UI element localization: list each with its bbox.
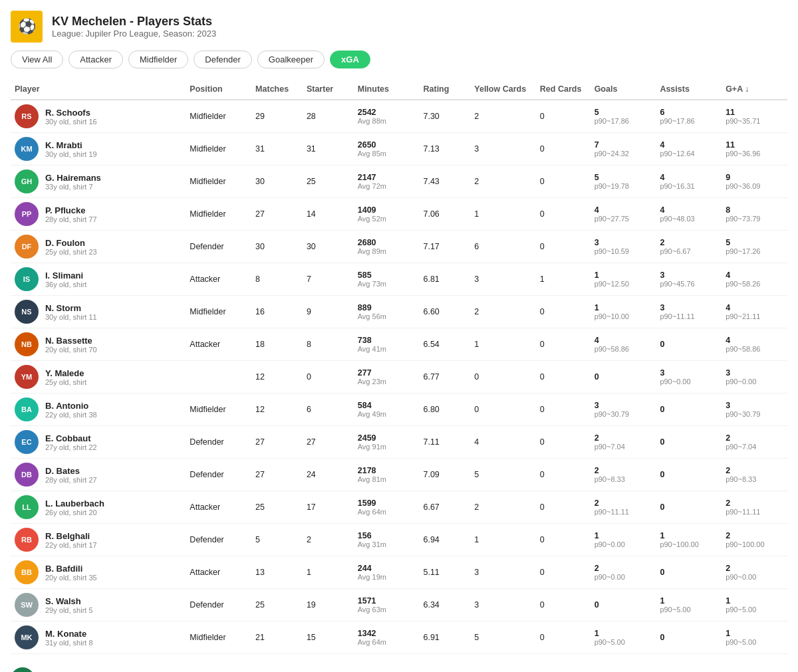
player-meta-7: 20y old, shirt 70 [45, 346, 97, 354]
player-minutes-11: 2178 Avg 81m [354, 459, 420, 491]
player-starter-4: 30 [303, 231, 354, 263]
player-assists-13: 1 p90~100.00 [656, 524, 722, 556]
club-logo: ⚽ [11, 11, 43, 43]
player-name-14: B. Bafdili [45, 564, 97, 574]
player-name-8: Y. Malede [45, 368, 86, 378]
player-position-13: Defender [186, 524, 251, 556]
player-goals-7: 4 p90~58.86 [591, 328, 656, 361]
player-yellow-4: 6 [470, 231, 536, 263]
player-starter-8: 0 [303, 361, 354, 393]
player-goals-10: 2 p90~7.04 [591, 426, 656, 459]
player-red-7: 0 [536, 328, 591, 361]
player-goals-13: 1 p90~0.00 [591, 524, 656, 556]
player-starter-16: 15 [303, 621, 354, 654]
player-cell-16: MK M. Konate 31y old, shirt 8 [11, 621, 186, 654]
table-row: IS I. Slimani 36y old, shirt Attacker 8 … [11, 263, 787, 296]
filter-btn-attacker[interactable]: Attacker [68, 51, 123, 68]
filter-btn-xga[interactable]: xGA [330, 51, 370, 68]
player-red-6: 0 [536, 296, 591, 328]
player-position-6: Midfielder [186, 296, 251, 328]
player-avatar-10: EC [15, 430, 39, 454]
col-header-assists: Assists [656, 79, 722, 100]
player-info-10: E. Cobbaut 27y old, shirt 22 [45, 433, 97, 451]
player-meta-11: 28y old, shirt 27 [45, 476, 97, 484]
player-avatar-15: SW [15, 593, 39, 617]
filter-btn-view-all[interactable]: View All [11, 51, 63, 68]
col-header-minutes: Minutes [354, 79, 420, 100]
player-position-10: Defender [186, 426, 251, 459]
player-red-11: 0 [536, 459, 591, 491]
player-assists-1: 4 p90~12.64 [656, 133, 722, 166]
player-cell-11: DB D. Bates 28y old, shirt 27 [11, 459, 186, 491]
player-starter-15: 19 [303, 589, 354, 621]
player-avatar-4: DF [15, 235, 39, 259]
player-cell-5: IS I. Slimani 36y old, shirt [11, 263, 186, 296]
player-assists-3: 4 p90~48.03 [656, 198, 722, 231]
player-assists-6: 3 p90~11.11 [656, 296, 722, 328]
player-ga-13: 2 p90~100.00 [722, 524, 787, 556]
player-minutes-16: 1342 Avg 64m [354, 621, 420, 654]
player-rating-1: 7.13 [419, 133, 470, 166]
player-name-13: R. Belghali [45, 531, 97, 541]
col-header-position: Position [186, 79, 251, 100]
player-starter-6: 9 [303, 296, 354, 328]
filter-btn-midfielder[interactable]: Midfielder [128, 51, 188, 68]
player-matches-4: 30 [251, 231, 303, 263]
col-header-red: Red Cards [536, 79, 591, 100]
player-avatar-0: RS [15, 104, 39, 128]
player-yellow-0: 2 [470, 100, 536, 133]
player-rating-15: 6.34 [419, 589, 470, 621]
filter-btn-defender[interactable]: Defender [194, 51, 251, 68]
player-name-1: K. Mrabti [45, 140, 97, 150]
player-starter-1: 31 [303, 133, 354, 166]
filter-btn-goalkeeper[interactable]: Goalkeeper [257, 51, 325, 68]
player-minutes-3: 1409 Avg 52m [354, 198, 420, 231]
player-yellow-10: 4 [470, 426, 536, 459]
table-header-row: Player Position Matches Starter Minutes … [11, 79, 787, 100]
player-goals-4: 3 p90~10.59 [591, 231, 656, 263]
table-row: GH G. Hairemans 33y old, shirt 7 Midfiel… [11, 166, 787, 198]
player-yellow-6: 2 [470, 296, 536, 328]
player-yellow-14: 3 [470, 556, 536, 589]
player-info-12: L. Lauberbach 26y old, shirt 20 [45, 499, 104, 516]
col-header-starter: Starter [303, 79, 354, 100]
table-row: RS R. Schoofs 30y old, shirt 16 Midfield… [11, 100, 787, 133]
player-name-15: S. Walsh [45, 596, 93, 606]
player-avatar-14: BB [15, 560, 39, 584]
player-rating-14: 5.11 [419, 556, 470, 589]
player-goals-0: 5 p90~17.86 [591, 100, 656, 133]
player-name-2: G. Hairemans [45, 173, 101, 183]
player-matches-6: 16 [251, 296, 303, 328]
player-info-1: K. Mrabti 30y old, shirt 19 [45, 140, 97, 158]
player-meta-1: 30y old, shirt 19 [45, 150, 97, 158]
player-yellow-1: 3 [470, 133, 536, 166]
player-name-4: D. Foulon [45, 238, 97, 248]
player-goals-5: 1 p90~12.50 [591, 263, 656, 296]
player-name-0: R. Schoofs [45, 108, 97, 118]
table-row: NB N. Bassette 20y old, shirt 70 Attacke… [11, 328, 787, 361]
player-minutes-6: 889 Avg 56m [354, 296, 420, 328]
player-info-3: P. Pflucke 28y old, shirt 77 [45, 205, 97, 223]
player-goals-3: 4 p90~27.75 [591, 198, 656, 231]
player-goals-6: 1 p90~10.00 [591, 296, 656, 328]
player-meta-9: 22y old, shirt 38 [45, 411, 97, 419]
player-avatar-13: RB [15, 528, 39, 552]
player-starter-3: 14 [303, 198, 354, 231]
player-avatar-3: PP [15, 202, 39, 226]
col-header-yellow: Yellow Cards [470, 79, 536, 100]
player-meta-2: 33y old, shirt 7 [45, 183, 101, 191]
player-info-4: D. Foulon 25y old, shirt 23 [45, 238, 97, 256]
player-red-13: 0 [536, 524, 591, 556]
player-yellow-12: 2 [470, 491, 536, 524]
player-minutes-1: 2650 Avg 85m [354, 133, 420, 166]
player-assists-16: 0 [656, 621, 722, 654]
table-row: KM K. Mrabti 30y old, shirt 19 Midfielde… [11, 133, 787, 166]
player-yellow-7: 1 [470, 328, 536, 361]
player-rating-5: 6.81 [419, 263, 470, 296]
player-assists-0: 6 p90~17.86 [656, 100, 722, 133]
player-meta-4: 25y old, shirt 23 [45, 248, 97, 256]
player-yellow-2: 2 [470, 166, 536, 198]
player-minutes-4: 2680 Avg 89m [354, 231, 420, 263]
player-position-16: Midfielder [186, 621, 251, 654]
player-position-0: Midfielder [186, 100, 251, 133]
